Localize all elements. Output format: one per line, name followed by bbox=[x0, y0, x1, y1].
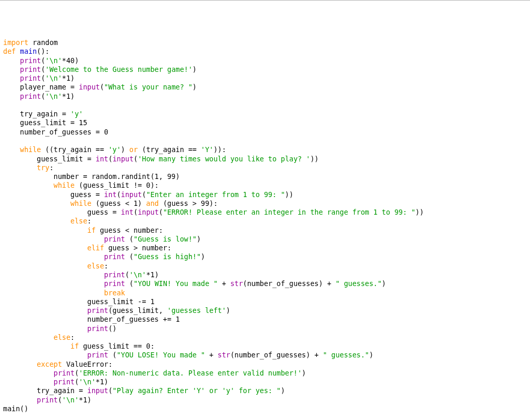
string-literal: 'How many times would you like to play? … bbox=[138, 155, 310, 163]
keyword-elif: elif bbox=[87, 244, 105, 252]
keyword-else: else bbox=[70, 217, 87, 225]
line: print() bbox=[3, 324, 116, 333]
line: try: bbox=[3, 163, 54, 172]
line: def main(): bbox=[3, 47, 49, 55]
line: number_of_guesses += 1 bbox=[3, 315, 180, 323]
string-literal: 'y' bbox=[70, 110, 83, 118]
fn-print: print bbox=[20, 56, 41, 65]
line: else: bbox=[3, 333, 75, 341]
line: number = random.randint(1, 99) bbox=[3, 172, 180, 181]
fn-int: int bbox=[96, 155, 108, 163]
string-literal: "ERROR! Please enter an integer in the r… bbox=[163, 208, 416, 216]
keyword-import: import bbox=[3, 38, 28, 47]
line: if guess < number: bbox=[3, 226, 163, 234]
line: print ("Guess is low!") bbox=[3, 235, 201, 243]
line: print('\n'*1) bbox=[3, 396, 92, 404]
line: print('\n'*40) bbox=[3, 56, 79, 65]
line: guess = int(input("ERROR! Please enter a… bbox=[3, 208, 424, 216]
string-literal: "Guess is high!" bbox=[134, 252, 201, 261]
text-cursor: g bbox=[37, 155, 41, 163]
line: while (guess_limit != 0): bbox=[3, 181, 159, 189]
keyword-break: break bbox=[104, 289, 125, 297]
string-literal: "Guess is low!" bbox=[134, 235, 197, 243]
line: guess_limit = 15 bbox=[3, 118, 87, 127]
keyword-or: or bbox=[129, 145, 138, 154]
keyword-if: if bbox=[87, 226, 96, 234]
line: print('\n'*1) bbox=[3, 378, 108, 386]
line: guess_limit = int(input('How many times … bbox=[3, 155, 319, 163]
line: try_again = 'y' bbox=[3, 110, 83, 118]
line: print('\n'*1) bbox=[3, 271, 159, 279]
line: print('Welcome to the Guess number game!… bbox=[3, 65, 197, 73]
line: elif guess > number: bbox=[3, 244, 171, 252]
line: print ("YOU LOSE! You made " + str(numbe… bbox=[3, 351, 373, 359]
line: guess_limit -= 1 bbox=[3, 297, 155, 306]
keyword-while: while bbox=[20, 145, 41, 154]
line: print ("YOU WIN! You made " + str(number… bbox=[3, 279, 386, 288]
keyword-def: def bbox=[3, 47, 16, 55]
line: while (guess < 1) and (guess > 99): bbox=[3, 199, 218, 207]
string-literal: "Play again? Enter 'Y' or 'y' for yes: " bbox=[112, 386, 281, 395]
line: except ValueError: bbox=[3, 360, 112, 368]
line: import random bbox=[3, 38, 58, 47]
line: while ((try_again == 'y') or (try_again … bbox=[3, 145, 226, 154]
module-random: random bbox=[33, 38, 58, 47]
string-literal: "Enter an integer from 1 to 99: " bbox=[146, 190, 285, 199]
line: else: bbox=[3, 262, 108, 270]
line: try_again = input("Play again? Enter 'Y'… bbox=[3, 386, 285, 395]
line: print(guess_limit, 'guesses left') bbox=[3, 306, 230, 314]
blank-line bbox=[3, 137, 7, 145]
string-literal: "YOU LOSE! You made " bbox=[116, 351, 205, 359]
code-block: import random def main(): print('\n'*40)… bbox=[3, 38, 527, 413]
line: guess = int(input("Enter an integer from… bbox=[3, 190, 293, 199]
string-literal: 'ERROR: Non-numeric data. Please enter v… bbox=[79, 369, 302, 377]
line: print('\n'*1) bbox=[3, 74, 75, 82]
line: main() bbox=[3, 404, 28, 413]
blank-line bbox=[3, 101, 7, 109]
line: player_name = input("What is your name? … bbox=[3, 83, 197, 91]
line: break bbox=[3, 289, 125, 297]
keyword-and: and bbox=[146, 199, 158, 207]
keyword-except: except bbox=[37, 360, 62, 368]
line: print ("Guess is high!") bbox=[3, 252, 205, 261]
fn-str: str bbox=[230, 279, 243, 288]
string-literal: "What is your name? " bbox=[104, 83, 193, 91]
line: number_of_guesses = 0 bbox=[3, 128, 108, 136]
string-literal: '\n' bbox=[45, 56, 62, 65]
assign: player_name = bbox=[20, 83, 79, 91]
string-literal: 'guesses left' bbox=[167, 306, 226, 314]
string-literal: "YOU WIN! You made " bbox=[134, 279, 218, 288]
fn-input: input bbox=[79, 83, 100, 91]
line: else: bbox=[3, 217, 92, 225]
keyword-try: try bbox=[37, 163, 49, 172]
fn-name: main bbox=[20, 47, 37, 55]
line: if guess_limit == 0: bbox=[3, 342, 155, 350]
line: print('\n'*1) bbox=[3, 92, 75, 100]
string-literal: 'Welcome to the Guess number game!' bbox=[45, 65, 192, 73]
line: print('ERROR: Non-numeric data. Please e… bbox=[3, 369, 306, 377]
space bbox=[28, 38, 33, 47]
